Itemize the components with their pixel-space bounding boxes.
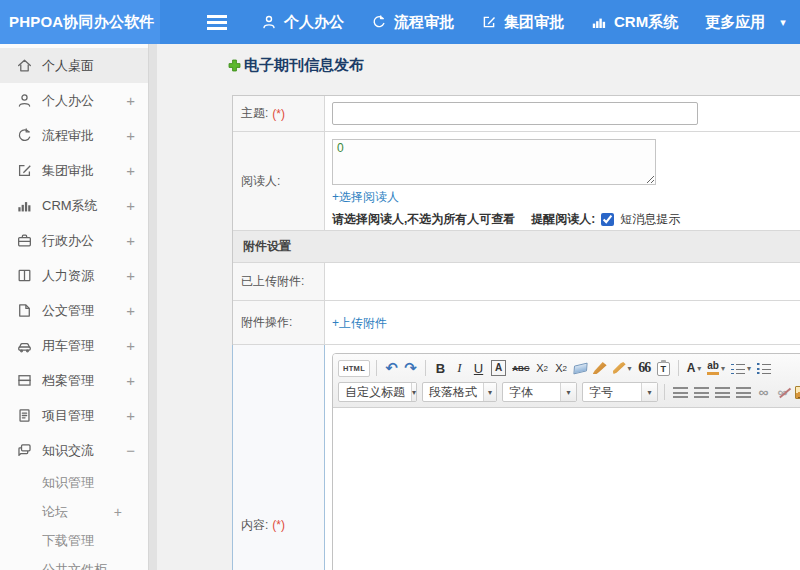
font-style-button[interactable]: A	[491, 360, 506, 376]
edit-icon	[16, 162, 33, 179]
readers-textarea[interactable]: 0	[332, 139, 656, 185]
sidebar-item-projects[interactable]: 项目管理 +	[0, 398, 148, 433]
format-painter-button[interactable]	[591, 358, 609, 378]
nav-label: 更多应用	[705, 13, 765, 32]
sidebar-item-workflow[interactable]: 流程审批 +	[0, 118, 148, 153]
align-justify-button[interactable]	[734, 382, 753, 402]
app-logo[interactable]: PHPOA协同办公软件	[0, 0, 160, 44]
paragraph-format-select[interactable]: 段落格式▾	[422, 382, 497, 402]
select-readers-link[interactable]: +选择阅读人	[332, 189, 399, 206]
expand-icon[interactable]: +	[126, 127, 135, 144]
expand-icon[interactable]: +	[126, 372, 135, 389]
expand-icon[interactable]: +	[126, 92, 135, 109]
superscript-button[interactable]: X2	[534, 358, 551, 378]
sidebar-item-documents[interactable]: 公文管理 +	[0, 293, 148, 328]
expand-icon[interactable]: +	[126, 337, 135, 354]
highlight-color-button[interactable]: ab▾	[705, 358, 727, 378]
sidebar-item-label: 项目管理	[42, 407, 94, 425]
align-center-button[interactable]	[692, 382, 711, 402]
subscript-button[interactable]: X2	[553, 358, 570, 378]
toolbar-row-1: HTML ↶ ↷ B I U A ABC X2	[338, 356, 800, 380]
sidebar-subitem-public-cabinet[interactable]: 公共文件柜	[0, 555, 148, 570]
sidebar-item-hr[interactable]: 人力资源 +	[0, 258, 148, 293]
remove-link-button[interactable]: ∞	[774, 382, 791, 402]
nav-workflow-approval[interactable]: 流程审批	[371, 13, 454, 32]
italic-button[interactable]: I	[451, 358, 468, 378]
align-justify-icon	[736, 387, 751, 398]
font-size-select[interactable]: 字号▾	[582, 382, 658, 402]
heading-select[interactable]: 自定义标题▾	[338, 382, 417, 402]
attachment-operations-row: 附件操作: +上传附件	[233, 301, 800, 345]
insert-image-button[interactable]	[793, 382, 800, 402]
font-color-button[interactable]: A▾	[685, 358, 704, 378]
sidebar-item-label: 公文管理	[42, 302, 94, 320]
sidebar-item-vehicles[interactable]: 用车管理 +	[0, 328, 148, 363]
align-left-button[interactable]	[671, 382, 690, 402]
sidebar-subitem-knowledge-mgmt[interactable]: 知识管理	[0, 468, 148, 497]
editor-toolbar: HTML ↶ ↷ B I U A ABC X2	[333, 354, 800, 408]
sms-notify-checkbox[interactable]	[601, 213, 614, 226]
quick-format-button[interactable]: ▾	[611, 358, 634, 378]
sidebar-item-group-approval[interactable]: 集团审批 +	[0, 153, 148, 188]
readers-row: 阅读人: 0 +选择阅读人 请选择阅读人,不选为所有人可查看 提醒阅读人: 短消…	[233, 132, 800, 231]
sidebar-subitem-label: 知识管理	[42, 474, 94, 492]
sidebar-subitem-forum[interactable]: 论坛 +	[0, 497, 148, 526]
html-source-button[interactable]: HTML	[338, 360, 370, 377]
paste-plain-text-button[interactable]: T	[655, 358, 672, 378]
sidebar-item-admin-office[interactable]: 行政办公 +	[0, 223, 148, 258]
hamburger-menu-icon[interactable]	[207, 15, 227, 30]
sidebar-item-label: 人力资源	[42, 267, 94, 285]
strikethrough-button[interactable]: ABC	[510, 358, 531, 378]
toolbar-separator	[425, 360, 426, 376]
chevron-down-icon: ▾	[721, 364, 725, 373]
expand-icon[interactable]: +	[126, 162, 135, 179]
sidebar-item-archives[interactable]: 档案管理 +	[0, 363, 148, 398]
eraser-icon	[573, 362, 587, 374]
sidebar-subitem-label: 下载管理	[42, 532, 94, 550]
nav-more-apps[interactable]: 更多应用	[705, 13, 765, 32]
remove-format-button[interactable]	[572, 358, 589, 378]
blockquote-button[interactable]: 66	[636, 358, 653, 378]
process-icon	[16, 127, 33, 144]
ordered-list-button[interactable]: ▾	[729, 358, 753, 378]
expand-icon[interactable]: +	[126, 302, 135, 319]
subject-row: 主题: (*)	[233, 96, 800, 132]
underline-button[interactable]: U	[470, 358, 487, 378]
expand-icon[interactable]: +	[126, 407, 135, 424]
upload-attachment-link[interactable]: +上传附件	[332, 315, 387, 332]
sidebar-item-knowledge[interactable]: 知识交流 −	[0, 433, 148, 468]
undo-icon[interactable]: ↶	[383, 358, 400, 378]
collapse-icon[interactable]: −	[126, 442, 135, 459]
nav-personal-office[interactable]: 个人办公	[261, 13, 344, 32]
process-icon	[371, 14, 387, 30]
editor-content-area[interactable]	[333, 408, 800, 570]
expand-icon[interactable]: +	[126, 197, 135, 214]
paste-text-icon: T	[657, 362, 670, 376]
readers-label: 阅读人:	[233, 132, 325, 230]
nav-label: 流程审批	[394, 13, 454, 32]
nav-group-approval[interactable]: 集团审批	[481, 13, 564, 32]
chevron-down-icon: ▾	[747, 364, 751, 373]
nav-crm-system[interactable]: CRM系统	[591, 13, 678, 32]
magic-wand-icon	[613, 362, 626, 374]
font-family-select[interactable]: 字体▾	[502, 382, 577, 402]
expand-icon[interactable]: +	[114, 504, 122, 520]
unordered-list-button[interactable]	[755, 358, 773, 378]
align-center-icon	[694, 387, 709, 398]
insert-link-button[interactable]: ∞	[755, 382, 772, 402]
sidebar-item-label: 档案管理	[42, 372, 94, 390]
chevron-down-icon[interactable]: ▾	[780, 16, 786, 29]
sidebar-item-crm[interactable]: CRM系统 +	[0, 188, 148, 223]
sidebar-item-desktop[interactable]: 个人桌面	[0, 48, 148, 83]
subject-input[interactable]	[332, 102, 698, 125]
sidebar-subitem-downloads[interactable]: 下载管理	[0, 526, 148, 555]
sidebar-item-personal-office[interactable]: 个人办公 +	[0, 83, 148, 118]
expand-icon[interactable]: +	[126, 232, 135, 249]
sidebar-item-label: 知识交流	[42, 442, 94, 460]
bold-button[interactable]: B	[432, 358, 449, 378]
chevron-down-icon: ▾	[411, 383, 416, 401]
align-right-button[interactable]	[713, 382, 732, 402]
redo-icon[interactable]: ↷	[402, 358, 419, 378]
unlink-icon: ∞	[778, 384, 788, 400]
expand-icon[interactable]: +	[126, 267, 135, 284]
